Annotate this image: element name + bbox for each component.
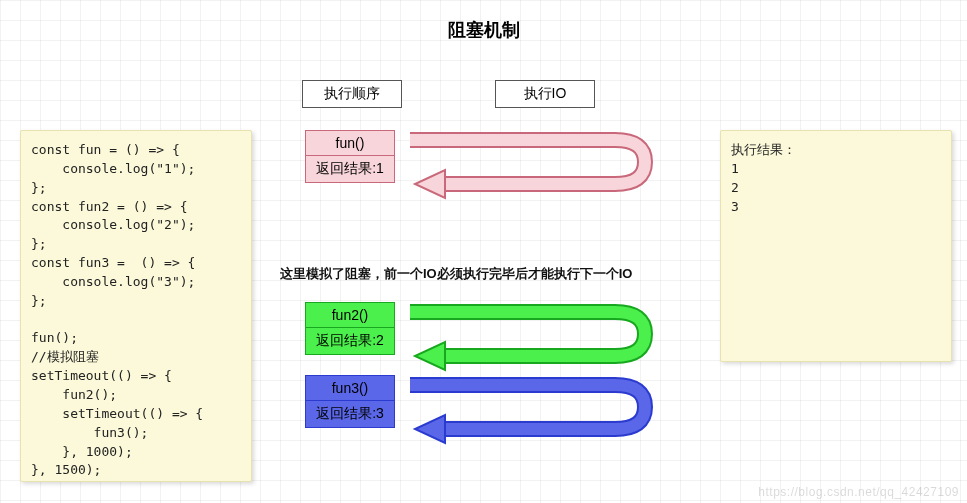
fn1-return: 返回结果:1 (305, 156, 395, 183)
watermark: https://blog.csdn.net/qq_42427109 (758, 485, 959, 499)
code-note: const fun = () => { console.log("1"); };… (20, 130, 252, 482)
label-io: 执行IO (495, 80, 595, 108)
fn1-call: fun() (305, 130, 395, 156)
result-note: 执行结果： 1 2 3 (720, 130, 952, 362)
label-sequence: 执行顺序 (302, 80, 402, 108)
diagram-title: 阻塞机制 (0, 18, 967, 42)
fn3-block: fun3() 返回结果:3 (305, 375, 395, 428)
svg-marker-2 (415, 415, 445, 443)
svg-marker-0 (415, 170, 445, 198)
fn3-return: 返回结果:3 (305, 401, 395, 428)
fn2-return: 返回结果:2 (305, 328, 395, 355)
fn3-call: fun3() (305, 375, 395, 401)
uturn-arrow-blue (405, 367, 665, 447)
fn2-call: fun2() (305, 302, 395, 328)
svg-marker-1 (415, 342, 445, 370)
uturn-arrow-green (405, 294, 665, 374)
blocking-caption: 这里模拟了阻塞，前一个IO必须执行完毕后才能执行下一个IO (280, 265, 632, 283)
fn1-block: fun() 返回结果:1 (305, 130, 395, 183)
uturn-arrow-pink (405, 122, 665, 202)
fn2-block: fun2() 返回结果:2 (305, 302, 395, 355)
